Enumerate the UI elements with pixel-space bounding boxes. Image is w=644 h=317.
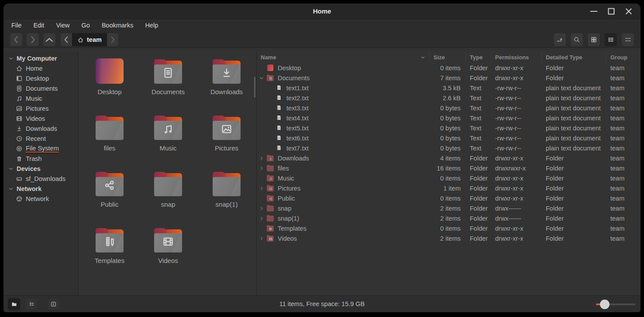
search-button[interactable] (570, 33, 583, 47)
icon-view-item-public[interactable]: Public (80, 171, 139, 227)
text-file-icon (276, 95, 283, 101)
path-tab-team[interactable]: team (72, 33, 107, 46)
zoom-slider[interactable] (596, 299, 635, 310)
menu-help[interactable]: Help (145, 22, 158, 29)
file-permissions: drwxr-xr-x (491, 65, 542, 72)
titlebar[interactable]: Home (3, 3, 641, 19)
table-row-text2-txt[interactable]: text2.txt2.6 kBText-rw-rw-r--plain text … (257, 93, 641, 103)
table-row-downloads[interactable]: Downloads4 itemsFolderdrwxr-xr-xFolderte… (257, 153, 641, 163)
table-row-documents[interactable]: Documents7 itemsFolderdrwxr-xr-xFolderte… (257, 73, 641, 83)
menu-edit[interactable]: Edit (33, 22, 44, 29)
sidebar-item-trash[interactable]: Trash (3, 153, 78, 164)
sidebar-section-devices[interactable]: Devices (3, 164, 78, 174)
close-icon (623, 6, 634, 17)
sidebar-item-videos[interactable]: Videos (3, 113, 78, 123)
file-name: snap (278, 205, 291, 212)
sidebar-item-file-system[interactable]: File System (3, 143, 78, 153)
table-row-music[interactable]: Music0 itemsFolderdrwxr-xr-xFolderteam (257, 173, 641, 183)
minimize-button[interactable] (588, 6, 599, 17)
icon-view-button[interactable] (587, 33, 600, 47)
globe-icon (16, 195, 23, 202)
menu-go[interactable]: Go (82, 22, 90, 29)
file-name: Documents (278, 75, 310, 82)
table-row-text7-txt[interactable]: text7.txt0 bytesText-rw-rw-r--plain text… (257, 143, 641, 153)
icon-pane-scrollbar[interactable] (254, 77, 255, 98)
compact-view-button[interactable] (621, 33, 634, 47)
sidebar-section-label: Network (17, 185, 41, 192)
file-detailed-type: Folder (542, 235, 606, 242)
column-header-name[interactable]: Name (257, 51, 430, 63)
zoom-slider-knob[interactable] (600, 300, 610, 309)
sidebar-item-home[interactable]: Home (3, 63, 78, 73)
sidebar-item-pictures[interactable]: Pictures (3, 103, 78, 113)
tab-scroll-left-button[interactable] (61, 33, 72, 46)
icon-view-item-pictures[interactable]: Pictures (197, 115, 256, 171)
icon-view-item-downloads[interactable]: Downloads (197, 58, 256, 115)
file-permissions: drwxr-xr-x (491, 225, 542, 232)
maximize-button[interactable] (606, 6, 617, 17)
column-header-type[interactable]: Type (466, 51, 491, 63)
forward-button[interactable] (26, 33, 39, 47)
table-row-videos[interactable]: Videos2 itemsFolderdrwxr-xr-xFolderteam (257, 233, 641, 243)
file-detailed-type: plain text document (542, 85, 606, 92)
table-row-text1-txt[interactable]: text1.txt3.5 kBText-rw-rw-r--plain text … (257, 83, 641, 93)
expander-icon[interactable] (258, 155, 265, 161)
film-icon (162, 235, 174, 248)
expander-icon[interactable] (258, 205, 265, 211)
table-row-text4-txt[interactable]: text4.txt0 bytesText-rw-rw-r--plain text… (257, 113, 641, 123)
folder-icon (267, 225, 274, 232)
column-header-detailed-type[interactable]: Detailed Type (542, 51, 606, 63)
column-header-permissions[interactable]: Permissions (491, 51, 542, 63)
column-header-group[interactable]: Group (606, 51, 641, 63)
expander-icon[interactable] (258, 75, 265, 81)
icon-view-item-snap[interactable]: snap (139, 171, 197, 227)
up-button[interactable] (43, 33, 56, 47)
back-button[interactable] (10, 33, 23, 47)
sidebar-section-my-computer[interactable]: My Computer (3, 53, 78, 63)
table-row-templates[interactable]: Templates0 itemsFolderdrwxr-xr-xFolderte… (257, 223, 641, 233)
location-icon (556, 36, 563, 43)
sidebar-item-recent[interactable]: Recent (3, 133, 78, 143)
type-location-button[interactable] (553, 33, 566, 47)
sidebar-item-sf-downloads[interactable]: sf_Downloads (3, 174, 78, 184)
table-row-files[interactable]: files16 itemsFolderdrwxrwxr-xFolderteam (257, 163, 641, 173)
icon-view-item-snap-1-[interactable]: snap(1) (197, 171, 256, 227)
expander-icon[interactable] (258, 215, 265, 222)
folder-icon (267, 175, 274, 181)
sidebar-item-desktop[interactable]: Desktop (3, 73, 78, 83)
icon-view-item-files[interactable]: files (80, 115, 139, 171)
file-size: 2 items (430, 205, 466, 212)
expander-icon[interactable] (258, 165, 265, 171)
table-row-text6-txt[interactable]: text6.txt0 bytesText-rw-rw-r--plain text… (257, 133, 641, 143)
sidebar-item-downloads[interactable]: Downloads (3, 123, 78, 133)
sidebar-section-network[interactable]: Network (3, 184, 78, 194)
icon-view-item-videos[interactable]: Videos (139, 227, 197, 283)
table-row-snap-1-[interactable]: snap(1)2 itemsFolderdrwx------Folderteam (257, 213, 641, 223)
table-row-snap[interactable]: snap2 itemsFolderdrwx------Folderteam (257, 203, 641, 213)
sidebar-section-label: Devices (17, 165, 41, 172)
menu-view[interactable]: View (56, 22, 69, 29)
table-row-public[interactable]: Public0 itemsFolderdrwxr-xr-xFolderteam (257, 193, 641, 203)
sidebar-item-documents[interactable]: Documents (3, 83, 78, 93)
sidebar-item-network[interactable]: Network (3, 194, 78, 204)
sidebar-item-music[interactable]: Music (3, 93, 78, 103)
expander-icon[interactable] (258, 235, 265, 242)
icon-view-item-templates[interactable]: Templates (80, 227, 139, 283)
table-row-pictures[interactable]: Pictures1 itemFolderdrwxr-xr-xFolderteam (257, 183, 641, 193)
column-header-label: Group (610, 54, 627, 61)
menu-file[interactable]: File (11, 22, 21, 29)
tab-scroll-right-button[interactable] (107, 33, 118, 46)
expander-icon[interactable] (258, 185, 265, 191)
table-row-text3-txt[interactable]: text3.txt0 bytesText-rw-rw-r--plain text… (257, 103, 641, 113)
column-header-size[interactable]: Size (430, 51, 466, 63)
icon-view-item-documents[interactable]: Documents (139, 58, 197, 115)
menu-bookmarks[interactable]: Bookmarks (102, 22, 134, 29)
detailed-list-view-button[interactable] (604, 33, 617, 47)
table-row-desktop[interactable]: Desktop0 itemsFolderdrwxr-xr-xFolderteam (257, 63, 641, 73)
file-type: Folder (466, 215, 491, 222)
icon-view-item-music[interactable]: Music (139, 115, 197, 171)
close-button[interactable] (623, 6, 634, 17)
file-permissions: drwxr-xr-x (491, 155, 542, 162)
icon-view-item-desktop[interactable]: Desktop (80, 58, 139, 115)
table-row-text5-txt[interactable]: text5.txt0 bytesText-rw-rw-r--plain text… (257, 123, 641, 133)
